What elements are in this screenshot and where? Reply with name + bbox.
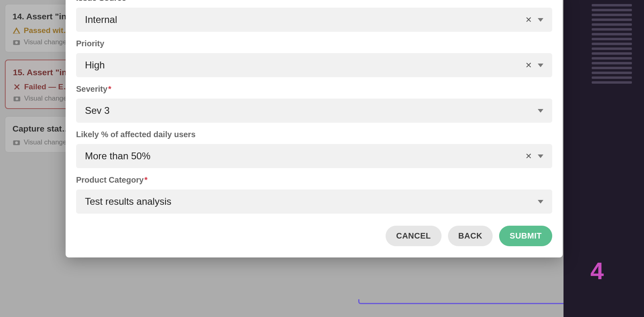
select-controls: ✕	[525, 151, 543, 161]
minimap-line	[592, 72, 632, 74]
modal-actions: CANCEL BACK SUBMIT	[76, 226, 552, 246]
select-controls	[538, 109, 543, 113]
minimap-line	[592, 38, 632, 40]
minimap-line	[592, 28, 632, 31]
field-label: Product Category*	[76, 175, 552, 185]
chevron-down-icon[interactable]	[538, 18, 543, 22]
issue-form-modal: Issue Source Internal ✕ Priority High ✕ …	[66, 0, 563, 257]
minimap-line	[592, 19, 632, 21]
chevron-down-icon[interactable]	[538, 64, 543, 67]
chevron-down-icon[interactable]	[538, 154, 543, 158]
minimap-line	[592, 23, 632, 26]
back-button[interactable]: BACK	[448, 226, 493, 246]
clear-icon[interactable]: ✕	[525, 60, 532, 70]
select-value: Test results analysis	[85, 196, 171, 207]
select-value: Internal	[85, 14, 117, 25]
minimap-line	[592, 4, 632, 6]
minimap-line	[592, 81, 632, 84]
minimap-line	[592, 67, 632, 69]
minimap-line	[592, 57, 632, 60]
clear-icon[interactable]: ✕	[525, 151, 532, 161]
select-value: High	[85, 60, 105, 71]
field-label: Issue Source	[76, 0, 552, 3]
minimap-line	[592, 62, 632, 64]
field-severity: Severity* Sev 3	[76, 84, 552, 123]
required-asterisk: *	[144, 175, 148, 185]
priority-select[interactable]: High ✕	[76, 53, 552, 77]
select-value: Sev 3	[85, 105, 109, 116]
minimap-line	[592, 9, 632, 11]
cancel-button[interactable]: CANCEL	[386, 226, 441, 246]
affected-users-select[interactable]: More than 50% ✕	[76, 144, 552, 168]
required-asterisk: *	[108, 84, 111, 94]
field-issue-source: Issue Source Internal ✕	[76, 0, 552, 32]
field-label: Likely % of affected daily users	[76, 130, 552, 139]
select-value: More than 50%	[85, 150, 151, 162]
minimap-line	[592, 33, 632, 35]
minimap-panel: 4	[564, 0, 644, 317]
minimap-line	[592, 52, 632, 55]
field-label: Severity*	[76, 84, 552, 94]
product-category-select[interactable]: Test results analysis	[76, 189, 552, 214]
select-controls: ✕	[525, 60, 543, 70]
field-priority: Priority High ✕	[76, 39, 552, 77]
field-label: Priority	[76, 39, 552, 48]
submit-button[interactable]: SUBMIT	[499, 226, 552, 246]
chevron-down-icon[interactable]	[538, 109, 543, 113]
field-product-category: Product Category* Test results analysis	[76, 175, 552, 214]
severity-select[interactable]: Sev 3	[76, 99, 552, 123]
minimap-line	[592, 76, 632, 79]
select-controls	[538, 200, 543, 204]
issue-source-select[interactable]: Internal ✕	[76, 8, 552, 32]
chevron-down-icon[interactable]	[538, 200, 543, 204]
minimap-line	[592, 14, 632, 16]
minimap-line	[592, 47, 632, 50]
select-controls: ✕	[525, 15, 543, 25]
clear-icon[interactable]: ✕	[525, 15, 532, 25]
step-number-badge: 4	[590, 257, 604, 285]
minimap-line	[592, 43, 632, 45]
field-affected-users: Likely % of affected daily users More th…	[76, 130, 552, 168]
